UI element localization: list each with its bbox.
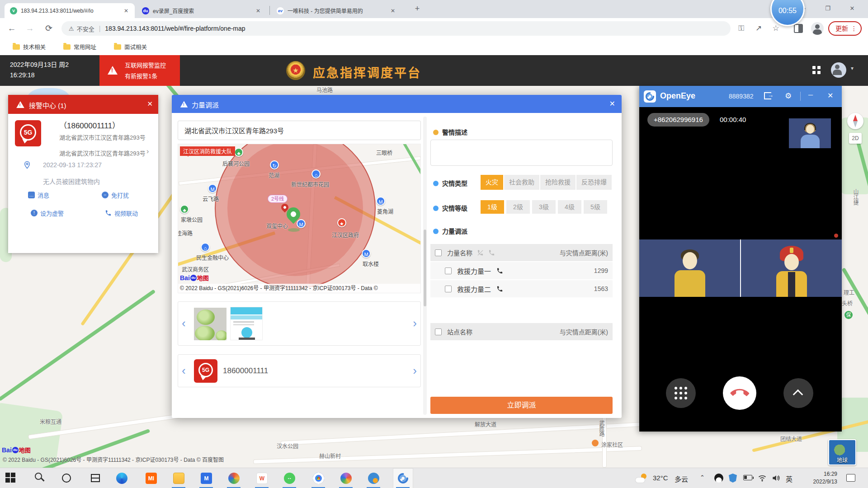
action-center-icon[interactable] bbox=[846, 474, 855, 482]
openeye-taskbar-icon[interactable] bbox=[397, 473, 409, 484]
type-button-emergency-rescue[interactable]: 抢险救援 bbox=[540, 175, 576, 190]
do-not-disturb-action[interactable]: − 免打扰 bbox=[102, 191, 129, 199]
tab-baidu-search[interactable]: du ev录屏_百度搜索 bbox=[137, 3, 267, 18]
openeye-titlebar[interactable]: OpenEye 8889382 bbox=[639, 86, 842, 107]
start-button[interactable] bbox=[5, 473, 17, 484]
map-2d-button[interactable]: 2D bbox=[849, 133, 862, 144]
call-force-icon[interactable] bbox=[496, 267, 503, 274]
chrome-update-button[interactable]: 更新 bbox=[828, 21, 862, 36]
password-key-icon[interactable]: ⚿ bbox=[736, 23, 747, 34]
user-avatar[interactable] bbox=[831, 62, 846, 78]
incident-photo-thumbnail[interactable] bbox=[194, 308, 226, 340]
level-button-2[interactable]: 2级 bbox=[506, 200, 530, 214]
tab-fire-platform[interactable]: V 183.94.213.143:8011/web/#/lo bbox=[5, 3, 135, 18]
compass-control[interactable] bbox=[847, 113, 863, 129]
bookmark-folder-common[interactable]: 常用网址 bbox=[63, 42, 96, 51]
apps-grid-icon[interactable] bbox=[812, 66, 821, 74]
fire-brigade-banner[interactable]: 江汉区消防救援大队 bbox=[180, 146, 235, 156]
weather-condition[interactable]: 多云 bbox=[675, 474, 688, 483]
task-view-icon[interactable] bbox=[90, 473, 101, 484]
satellite-globe-button[interactable]: 地球 bbox=[828, 439, 856, 465]
incident-address-link[interactable]: 湖北省武汉市江汉区青年路293号 bbox=[59, 149, 145, 157]
user-menu-caret-icon[interactable] bbox=[851, 65, 854, 71]
photos-icon[interactable] bbox=[340, 473, 352, 484]
more-controls-button[interactable] bbox=[783, 378, 813, 408]
openeye-close-icon[interactable] bbox=[827, 91, 833, 100]
type-button-social-rescue[interactable]: 社会救助 bbox=[504, 175, 539, 190]
m-app-icon[interactable]: M bbox=[201, 473, 212, 484]
phone-cancel-icon[interactable] bbox=[488, 249, 495, 256]
type-button-anti-terror[interactable]: 反恐排爆 bbox=[576, 175, 612, 190]
settings-gear-icon[interactable] bbox=[785, 91, 792, 101]
message-action[interactable]: … 消息 bbox=[28, 191, 49, 199]
security-shield-icon[interactable] bbox=[729, 474, 740, 485]
level-button-3[interactable]: 3级 bbox=[532, 200, 556, 214]
alarm-panel-close-icon[interactable] bbox=[147, 100, 153, 108]
search-icon[interactable] bbox=[35, 473, 46, 484]
speaker-icon[interactable] bbox=[771, 474, 783, 485]
participant-video-caller[interactable] bbox=[639, 239, 740, 297]
baidu-netdisk-icon[interactable] bbox=[228, 473, 240, 484]
new-alarm-alert-button[interactable]: 互联网报警监控 有新报警1条 bbox=[99, 55, 180, 86]
carousel-prev-icon[interactable] bbox=[182, 317, 186, 329]
level-button-4[interactable]: 4级 bbox=[558, 200, 581, 214]
openeye-minimize-icon[interactable] bbox=[808, 91, 813, 99]
transfer-icon[interactable] bbox=[764, 92, 771, 99]
participant-video-firefighter[interactable] bbox=[741, 239, 842, 297]
select-all-checkbox[interactable] bbox=[435, 249, 442, 256]
wifi-icon[interactable] bbox=[758, 474, 769, 485]
bookmark-star-icon[interactable] bbox=[770, 23, 781, 34]
wps-icon[interactable]: W bbox=[256, 473, 268, 484]
taskbar-clock[interactable]: 16:29 2022/9/13 bbox=[801, 470, 837, 486]
share-icon[interactable]: ↗ bbox=[753, 23, 764, 34]
phone-next-icon[interactable] bbox=[413, 365, 417, 376]
phone-prev-icon[interactable] bbox=[182, 365, 186, 376]
weather-icon[interactable] bbox=[636, 473, 647, 484]
bookmark-folder-interview[interactable]: 面试相关 bbox=[114, 42, 147, 51]
bookmark-folder-tech[interactable]: 技术相关 bbox=[13, 42, 46, 51]
alarm-description-textarea[interactable] bbox=[430, 140, 613, 166]
dispatch-now-button[interactable]: 立即调派 bbox=[430, 397, 613, 414]
mi-icon[interactable]: MI bbox=[146, 473, 157, 484]
tab-close-icon[interactable] bbox=[121, 7, 131, 15]
new-tab-button[interactable] bbox=[407, 0, 428, 17]
edge-icon[interactable] bbox=[116, 473, 127, 484]
profile-avatar-icon[interactable] bbox=[811, 22, 824, 35]
dialpad-button[interactable] bbox=[666, 378, 696, 408]
video-link-action[interactable]: 视频联动 bbox=[105, 209, 138, 217]
call-force-icon[interactable] bbox=[496, 286, 503, 292]
url-field[interactable]: ⚠ 不安全 | 183.94.213.143:8011/web/#/fire-p… bbox=[61, 21, 731, 36]
mark-false-alarm-action[interactable]: ! 设为虚警 bbox=[31, 209, 64, 217]
carousel-next-icon[interactable] bbox=[413, 317, 417, 329]
cortana-icon[interactable] bbox=[61, 473, 72, 484]
modal-close-icon[interactable] bbox=[609, 99, 615, 108]
incident-address-input[interactable] bbox=[178, 121, 421, 140]
ime-language-indicator[interactable]: 英 bbox=[786, 474, 793, 483]
forward-icon[interactable] bbox=[23, 18, 37, 39]
phone-mute-icon[interactable] bbox=[477, 249, 484, 256]
tab-ev-tech[interactable]: ev 一唯科技 - 为您提供简单易用的 bbox=[271, 3, 401, 18]
dispatch-map[interactable]: 江汉区消防救援大队 ♣ 后襄河公园 ↻ 范湖 ⌂ 新世纪都市花园 M 云飞路 2… bbox=[178, 144, 421, 293]
qq-icon[interactable] bbox=[368, 473, 379, 484]
back-icon[interactable] bbox=[5, 18, 19, 39]
file-explorer-icon[interactable] bbox=[173, 473, 184, 484]
self-video-thumbnail[interactable] bbox=[789, 118, 831, 148]
force-checkbox[interactable] bbox=[445, 267, 452, 274]
modal-scrollbar[interactable] bbox=[423, 117, 427, 415]
tab-close-icon[interactable] bbox=[388, 7, 398, 15]
level-button-1[interactable]: 1级 bbox=[481, 200, 504, 214]
hangup-button[interactable] bbox=[723, 376, 756, 410]
qq-tray-icon[interactable] bbox=[714, 474, 726, 485]
force-checkbox[interactable] bbox=[445, 286, 452, 292]
tab-close-icon[interactable] bbox=[253, 7, 263, 15]
weather-temp[interactable]: 32°C bbox=[653, 474, 668, 482]
screenshot-thumbnail[interactable] bbox=[230, 307, 263, 340]
window-close-button[interactable] bbox=[842, 0, 863, 17]
wechat-icon[interactable]: ·· bbox=[284, 473, 295, 484]
tray-expand-chevron[interactable]: ⌃ bbox=[700, 474, 705, 481]
side-panel-icon[interactable] bbox=[794, 24, 803, 33]
window-restore-button[interactable] bbox=[817, 0, 838, 17]
select-all-stations-checkbox[interactable] bbox=[435, 328, 442, 335]
reload-icon[interactable] bbox=[42, 18, 56, 39]
chrome-icon[interactable] bbox=[313, 473, 324, 484]
